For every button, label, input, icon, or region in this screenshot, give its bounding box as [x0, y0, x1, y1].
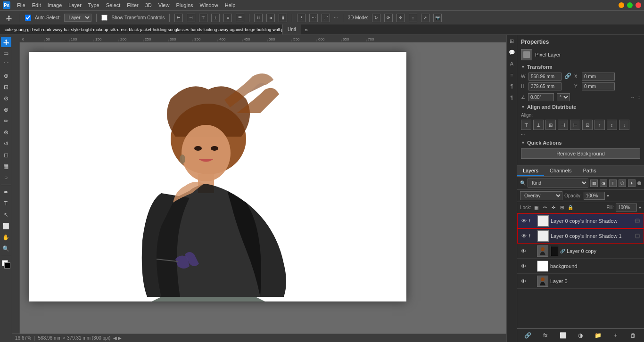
menu-filter[interactable]: Filter — [127, 2, 138, 8]
tab-channels[interactable]: Channels — [544, 166, 577, 176]
distribute-horiz-btn[interactable]: ⋯ — [309, 14, 318, 22]
align-right-edges-btn[interactable]: ⊤ — [199, 14, 207, 22]
type-tool[interactable]: T — [1, 198, 11, 209]
brush-tool[interactable]: ✏ — [1, 116, 11, 126]
layer-visibility-toggle[interactable]: 👁 — [520, 218, 527, 224]
active-tab[interactable]: cute-young-girl-with-dark-wavy-hairstyle… — [0, 24, 283, 34]
angle-unit-select[interactable]: ° — [557, 93, 570, 101]
menu-layer[interactable]: Layer — [68, 2, 82, 8]
layer-item[interactable]: 👁 background — [517, 259, 644, 274]
layer-item[interactable]: 👁 Layer 0 — [517, 274, 644, 289]
menu-window[interactable]: Window — [200, 2, 218, 8]
add-mask-btn[interactable]: ⬜ — [558, 331, 568, 340]
more-align-dots[interactable]: ··· — [521, 132, 640, 137]
filter-adjustment-icon[interactable]: ◑ — [600, 179, 607, 187]
crop-tool[interactable]: ⊡ — [1, 82, 11, 92]
paragraph2-icon[interactable]: ¶ — [508, 93, 516, 102]
lock-transparent-icon[interactable]: ▦ — [533, 204, 540, 211]
blend-mode-select[interactable]: Overlay Normal Multiply Screen — [520, 191, 562, 200]
lock-position-icon[interactable]: ✛ — [550, 204, 557, 211]
new-group-btn[interactable]: 📁 — [594, 331, 603, 340]
y-input[interactable] — [582, 82, 615, 90]
new-adjustment-btn[interactable]: ◑ — [576, 331, 585, 340]
delete-layer-btn[interactable]: 🗑 — [628, 331, 638, 340]
transform-controls-checkbox[interactable] — [101, 15, 107, 21]
x-input[interactable] — [582, 73, 615, 81]
move-tool[interactable] — [1, 37, 11, 47]
link-wh-icon[interactable]: 🔗 — [564, 73, 571, 81]
distribute-left-btn[interactable]: ⋮ — [297, 14, 305, 22]
hand-tool[interactable]: ✋ — [1, 232, 11, 243]
canvas-wrapper[interactable] — [20, 42, 506, 334]
opacity-input[interactable] — [584, 192, 605, 200]
fill-input[interactable] — [616, 204, 637, 212]
layer-link-btn[interactable]: 🔗 — [523, 331, 533, 340]
flip-horizontal-icon[interactable]: ↔ — [630, 95, 635, 100]
dist-top-btn[interactable]: ↑ — [594, 120, 605, 130]
distribute-vert-btn[interactable]: ⠶ — [266, 14, 275, 22]
tab-layers[interactable]: Layers — [517, 166, 544, 176]
expand-icon[interactable]: ⊞ — [508, 37, 516, 45]
align-right-btn[interactable]: ⊡ — [582, 120, 593, 130]
3d-pan-btn[interactable]: ✛ — [396, 14, 405, 22]
lock-pixels-icon[interactable]: ✏ — [542, 204, 548, 211]
align-vert-center-btn[interactable]: ⊥ — [533, 120, 544, 130]
history-brush-tool[interactable]: ↺ — [1, 138, 11, 149]
zoom-tool[interactable]: 🔍 — [1, 244, 11, 254]
menu-select[interactable]: Select — [106, 2, 121, 8]
paragraph-icon[interactable]: ¶ — [508, 82, 516, 90]
distribute-top-btn[interactable]: ⠿ — [254, 14, 263, 22]
tab-overflow-btn[interactable]: » — [301, 27, 312, 33]
clone-stamp-tool[interactable]: ⊗ — [1, 127, 11, 138]
close-button[interactable] — [636, 2, 641, 8]
lasso-tool[interactable]: ⌒ — [1, 59, 11, 70]
angle-input[interactable] — [528, 93, 554, 101]
flip-vertical-icon[interactable]: ↕ — [638, 95, 640, 100]
align-bottom-btn[interactable]: ⊞ — [545, 120, 556, 130]
quick-select-tool[interactable]: ⊕ — [1, 71, 11, 81]
scroll-right-btn[interactable]: ▶ — [118, 335, 122, 341]
menu-3d[interactable]: 3D — [145, 2, 152, 8]
layer-visibility-toggle[interactable]: 👁 — [520, 248, 527, 254]
dist-vert-btn[interactable]: ↨ — [607, 120, 617, 130]
layer-item[interactable]: 👁 f Layer 0 copy's Inner Shadow — [517, 213, 644, 228]
align-bottom-edges-btn[interactable]: ☰ — [236, 14, 244, 22]
align-horizontal-centers-btn[interactable]: ⊣ — [187, 14, 195, 22]
maximize-button[interactable] — [627, 2, 633, 8]
untitled-tab[interactable]: Unti — [283, 24, 301, 34]
lock-all-icon[interactable]: 🔒 — [567, 204, 574, 211]
auto-select-checkbox[interactable] — [25, 15, 31, 21]
layer-visibility-toggle[interactable]: 👁 — [520, 278, 527, 285]
layer-visibility-toggle[interactable]: 👁 — [520, 233, 527, 239]
more-options-btn[interactable]: ··· — [334, 15, 338, 20]
text-align-icon[interactable]: ≡ — [508, 71, 516, 79]
comment-icon[interactable]: 💬 — [508, 48, 516, 57]
align-top-edges-btn[interactable]: ⊥ — [211, 14, 220, 22]
eyedropper-tool[interactable]: ⊘ — [1, 93, 11, 104]
3d-rotate-btn[interactable]: ↻ — [372, 14, 380, 22]
layer-item[interactable]: 👁 f Layer 0 copy's Inner Shadow 1 — [517, 228, 644, 244]
filter-pixel-icon[interactable]: ▦ — [590, 179, 598, 187]
3d-slide-btn[interactable]: ↕ — [409, 14, 417, 22]
rectangle-tool[interactable]: ⬜ — [1, 221, 11, 231]
new-layer-btn[interactable]: + — [611, 331, 620, 340]
menu-help[interactable]: Help — [225, 2, 236, 8]
3d-scale-btn[interactable]: ⤢ — [421, 14, 429, 22]
distribute-right-btn[interactable]: ⋰ — [322, 14, 330, 22]
type-icon[interactable]: A — [508, 59, 516, 68]
menu-view[interactable]: View — [158, 2, 170, 8]
3d-camera-btn[interactable]: 📷 — [433, 14, 442, 22]
filter-type-icon[interactable]: T — [609, 179, 617, 187]
layer-chain-icon[interactable]: 🔗 — [560, 249, 565, 253]
align-section-header[interactable]: ▼ Align and Distribute — [521, 104, 640, 110]
height-input[interactable] — [528, 82, 561, 90]
3d-roll-btn[interactable]: ⟳ — [384, 14, 393, 22]
pen-tool[interactable]: ✒ — [1, 187, 11, 197]
transform-section-header[interactable]: ▼ Transform — [521, 64, 640, 70]
align-top-btn[interactable]: ⊤ — [521, 120, 531, 130]
scroll-left-btn[interactable]: ◀ — [113, 335, 117, 341]
healing-brush-tool[interactable]: ⊛ — [1, 105, 11, 115]
dist-bottom-btn[interactable]: ↓ — [619, 120, 629, 130]
foreground-background-colors[interactable] — [2, 260, 10, 269]
fill-stepper-icon[interactable]: ▾ — [639, 205, 641, 210]
